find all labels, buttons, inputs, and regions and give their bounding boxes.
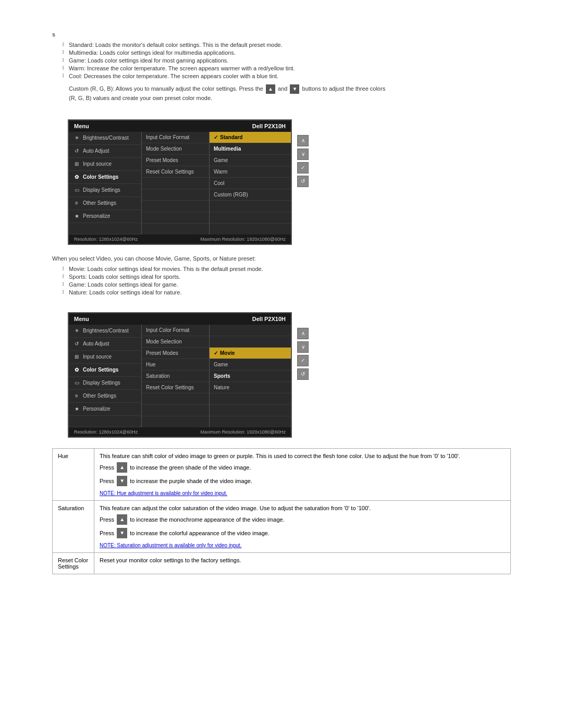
- osd-mid-preset[interactable]: Preset Modes: [142, 155, 209, 166]
- up-arrow-icon: ▲: [266, 84, 275, 94]
- osd-footer-1: Resolution: 1280x1024@60Hz Maximum Resol…: [69, 235, 291, 244]
- osd-left-other[interactable]: ≡ Other Settings: [69, 197, 141, 210]
- custom-line: Custom (R, G, B): Allows you to manually…: [69, 84, 511, 103]
- osd-model-1: Dell P2X10H: [252, 123, 286, 129]
- press-label-hue2: Press: [100, 478, 114, 484]
- osd2-left-color[interactable]: ✿ Color Settings: [69, 364, 141, 377]
- osd-mid-modesel[interactable]: Mode Selection: [142, 143, 209, 155]
- osd2-left-autoadjust[interactable]: ↺ Auto Adjust: [69, 338, 141, 351]
- osd-right-standard[interactable]: ✓ Standard: [210, 132, 291, 143]
- osd2-right-empty4: [210, 405, 291, 416]
- osd-body-2: ☀ Brightness/Contrast ↺ Auto Adjust ⊞ In…: [69, 325, 291, 427]
- osd2-right-nature[interactable]: Nature: [210, 382, 291, 393]
- osd-title-2: Menu: [74, 316, 89, 322]
- osd2-mid-reset[interactable]: Reset Color Settings: [142, 382, 209, 393]
- osd2-right-game[interactable]: Game: [210, 359, 291, 371]
- osd-left-display[interactable]: ▭ Display Settings: [69, 184, 141, 197]
- osd2-ok-btn[interactable]: ✓: [297, 355, 309, 366]
- osd-right-cool[interactable]: Cool: [210, 178, 291, 189]
- osd2-up-btn[interactable]: ∧: [297, 328, 309, 339]
- osd-left-1: ☀ Brightness/Contrast ↺ Auto Adjust ⊞ In…: [69, 132, 142, 235]
- osd-left-input[interactable]: ⊞ Input source: [69, 158, 141, 171]
- bullet-game: Game: Loads color settings ideal for mos…: [63, 57, 511, 64]
- osd2-back-btn[interactable]: ↺: [297, 368, 309, 380]
- osd-res-2: Resolution: 1280x1024@60Hz: [74, 429, 138, 435]
- osd-mid-reset[interactable]: Reset Color Settings: [142, 166, 209, 178]
- up-btn-sat[interactable]: ▲: [117, 514, 127, 525]
- osd-left-brightness[interactable]: ☀ Brightness/Contrast: [69, 132, 141, 145]
- personalize-icon: ★: [73, 213, 80, 220]
- personalize2-icon: ★: [73, 405, 80, 413]
- osd-title-1: Menu: [74, 123, 89, 129]
- bullet-standard: Standard: Loads the monitor's default co…: [63, 42, 511, 48]
- bullet-cool: Cool: Decreases the color temperature. T…: [63, 73, 511, 79]
- osd-left-personalize[interactable]: ★ Personalize: [69, 210, 141, 223]
- osd-model-2: Dell P2X10H: [252, 316, 286, 322]
- osd2-left-other[interactable]: ≡ Other Settings: [69, 390, 141, 403]
- osd2-down-btn[interactable]: ∨: [297, 341, 309, 353]
- other2-icon: ≡: [73, 392, 80, 400]
- osd-right-warm[interactable]: Warm: [210, 166, 291, 178]
- hue-intro: This feature can shift color of video im…: [100, 453, 505, 459]
- press-label-sat1: Press: [100, 516, 114, 523]
- hue-press2: Press ▼ to increase the purple shade of …: [100, 476, 505, 486]
- osd2-mid-inputcolor[interactable]: Input Color Format: [142, 325, 209, 336]
- saturation-press1-text: to increase the monochrome appearance of…: [130, 516, 285, 523]
- brightness-icon: ☀: [73, 134, 80, 142]
- osd-body-1: ☀ Brightness/Contrast ↺ Auto Adjust ⊞ In…: [69, 132, 291, 235]
- osd-left-empty: [69, 223, 141, 235]
- osd-left-autoadjust[interactable]: ↺ Auto Adjust: [69, 145, 141, 158]
- top-label: s: [52, 31, 511, 38]
- video-bullets: Movie: Loads color settings ideal for mo…: [63, 266, 511, 295]
- reset-header: Reset Color Settings: [53, 552, 94, 574]
- press-label-sat2: Press: [100, 530, 114, 536]
- color-icon: ✿: [73, 174, 80, 181]
- osd-menu-box-1: Menu Dell P2X10H ☀ Brightness/Contrast ↺…: [68, 119, 292, 245]
- saturation-press2: Press ▼ to increase the colorful appeara…: [100, 528, 505, 538]
- down-btn-hue[interactable]: ▼: [117, 476, 127, 486]
- saturation-intro: This feature can adjust the color satura…: [100, 505, 505, 511]
- bullet-multimedia: Multimedia: Loads color settings ideal f…: [63, 50, 511, 56]
- osd2-left-display[interactable]: ▭ Display Settings: [69, 377, 141, 390]
- osd2-right-sports[interactable]: Sports: [210, 371, 291, 382]
- osd1-down-btn[interactable]: ∨: [297, 149, 309, 160]
- check-icon: ✓: [214, 134, 218, 140]
- osd-mid-inputcolor[interactable]: Input Color Format: [142, 132, 209, 143]
- osd2-left-empty: [69, 416, 141, 427]
- osd2-right-movie[interactable]: ✓ Movie: [210, 348, 291, 359]
- osd-right-game[interactable]: Game: [210, 155, 291, 166]
- down-arrow-icon: ▼: [290, 84, 299, 94]
- osd1-back-btn[interactable]: ↺: [297, 176, 309, 187]
- osd-menu-1: Menu Dell P2X10H ☀ Brightness/Contrast ↺…: [68, 119, 292, 245]
- osd-right-custom[interactable]: Custom (RGB): [210, 189, 291, 201]
- osd2-mid-modesel[interactable]: Mode Selection: [142, 336, 209, 348]
- saturation-press2-text: to increase the colorful appearance of t…: [130, 530, 270, 536]
- osd-right-multimedia[interactable]: Multimedia: [210, 143, 291, 155]
- saturation-note: NOTE: Saturation adjustment is available…: [100, 542, 505, 548]
- osd2-right-empty3: [210, 393, 291, 405]
- display-icon: ▭: [73, 187, 80, 194]
- osd2-left-personalize[interactable]: ★ Personalize: [69, 403, 141, 416]
- video-bullet-game: Game: Loads color settings ideal for gam…: [63, 281, 511, 288]
- saturation-press1: Press ▲ to increase the monochrome appea…: [100, 514, 505, 525]
- osd-header-2: Menu Dell P2X10H: [69, 313, 291, 325]
- osd2-mid-empty1: [142, 393, 209, 405]
- display2-icon: ▭: [73, 379, 80, 387]
- up-btn-hue[interactable]: ▲: [117, 462, 127, 473]
- osd-maxres-1: Maximum Resolution: 1920x1080@60Hz: [200, 237, 286, 242]
- osd2-left-brightness[interactable]: ☀ Brightness/Contrast: [69, 325, 141, 338]
- osd1-ok-btn[interactable]: ✓: [297, 162, 309, 174]
- osd2-left-input[interactable]: ⊞ Input source: [69, 351, 141, 364]
- osd2-mid-saturation[interactable]: Saturation: [142, 371, 209, 382]
- osd2-mid-preset[interactable]: Preset Modes: [142, 348, 209, 359]
- hue-press2-text: to increase the purple shade of the vide…: [130, 478, 252, 484]
- osd-left-color[interactable]: ✿ Color Settings: [69, 171, 141, 184]
- osd2-mid-hue[interactable]: Hue: [142, 359, 209, 371]
- osd-right-empty1: [210, 201, 291, 212]
- preset-bullets: Standard: Loads the monitor's default co…: [63, 42, 511, 79]
- down-btn-sat[interactable]: ▼: [117, 528, 127, 538]
- osd1-up-btn[interactable]: ∧: [297, 135, 309, 146]
- hue-row: Hue This feature can shift color of vide…: [53, 448, 511, 500]
- autoadjust2-icon: ↺: [73, 340, 80, 348]
- osd-mid-empty2: [142, 189, 209, 201]
